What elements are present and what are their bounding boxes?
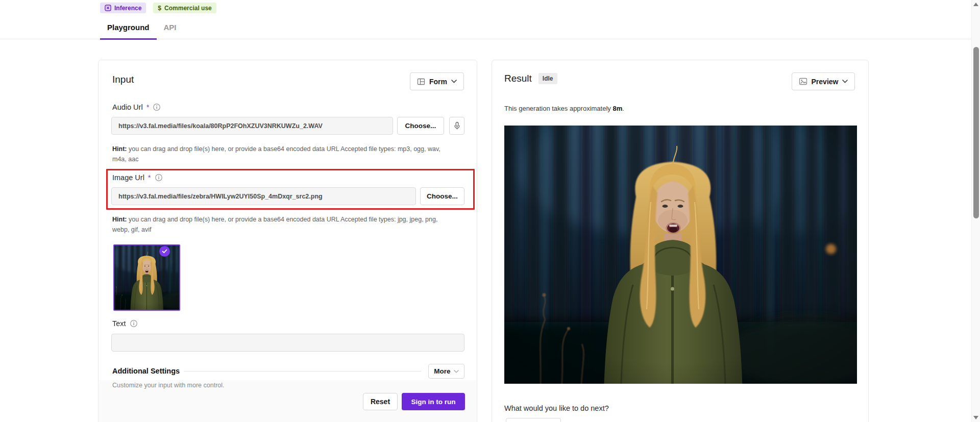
text-label: Text xyxy=(112,319,126,328)
input-footer: Customize your input with more control. … xyxy=(99,380,476,422)
eta-suffix: . xyxy=(622,105,624,112)
reset-button[interactable]: Reset xyxy=(363,393,398,410)
commercial-use-badge: $ Commercial use xyxy=(153,3,216,13)
image-url-label: Image Url xyxy=(112,173,144,182)
chevron-down-icon xyxy=(842,80,848,83)
chevron-down-icon xyxy=(454,370,459,373)
image-url-input[interactable] xyxy=(111,187,416,205)
image-choose-label: Choose... xyxy=(427,192,458,200)
text-input[interactable] xyxy=(111,334,464,352)
hint-text: you can drag and drop file(s) here, or p… xyxy=(112,145,442,163)
scrollbar-up-arrow[interactable] xyxy=(973,3,978,6)
tab-api[interactable]: API xyxy=(157,23,184,39)
tab-playground[interactable]: Playground xyxy=(100,23,157,39)
inference-badge: Inference xyxy=(100,3,146,13)
input-panel: Input Form Audio Url* Choose... Hi xyxy=(98,60,477,422)
audio-choose-button[interactable]: Choose... xyxy=(397,117,444,135)
page-scrollbar[interactable] xyxy=(971,0,980,422)
form-grid-icon xyxy=(417,78,425,86)
next-action-prompt: What would you like to do next? xyxy=(504,404,609,412)
generation-eta: This generation takes approximately 8m. xyxy=(504,105,624,112)
info-icon[interactable] xyxy=(153,103,161,111)
reset-label: Reset xyxy=(371,398,390,406)
model-badges: Inference $ Commercial use xyxy=(100,3,216,13)
forest-woman-image xyxy=(504,126,857,384)
section-divider xyxy=(184,371,421,371)
run-label: Sign in to run xyxy=(411,398,456,406)
more-label: More xyxy=(434,367,450,375)
preview-mode-button[interactable]: Preview xyxy=(792,72,855,90)
result-image xyxy=(504,126,857,384)
text-label-row: Text xyxy=(112,319,138,328)
hint-prefix: Hint: xyxy=(112,216,127,223)
hint-text: you can drag and drop file(s) here, or p… xyxy=(112,216,439,233)
audio-url-input[interactable] xyxy=(111,117,393,135)
scrollbar-thumb[interactable] xyxy=(973,47,979,218)
sign-in-to-run-button[interactable]: Sign in to run xyxy=(402,393,465,410)
image-preview-icon xyxy=(799,77,807,86)
hint-prefix: Hint: xyxy=(112,145,127,153)
result-panel: Result Idle Preview This generation take… xyxy=(492,60,869,422)
eta-value: 8m xyxy=(612,105,622,112)
next-action-button[interactable] xyxy=(506,418,561,422)
additional-settings-subtitle: Customize your input with more control. xyxy=(112,382,225,389)
required-asterisk: * xyxy=(148,173,151,182)
dollar-icon: $ xyxy=(158,5,161,12)
commercial-badge-label: Commercial use xyxy=(164,5,212,12)
preview-label: Preview xyxy=(812,78,839,86)
audio-hint: Hint: you can drag and drop file(s) here… xyxy=(112,144,445,164)
scrollbar-down-arrow[interactable] xyxy=(973,416,978,419)
check-icon xyxy=(162,249,167,254)
image-hint: Hint: you can drag and drop file(s) here… xyxy=(112,214,445,235)
info-icon[interactable] xyxy=(130,319,138,328)
result-header: Result Idle xyxy=(504,73,557,84)
tab-bar: Playground API xyxy=(0,15,971,39)
additional-settings-title: Additional Settings xyxy=(112,367,180,375)
thumbnail-forest-image xyxy=(114,245,179,310)
result-panel-title: Result xyxy=(504,73,532,84)
inference-badge-label: Inference xyxy=(114,5,141,12)
inference-icon xyxy=(105,5,111,11)
eta-prefix: This generation takes approximately xyxy=(504,105,612,112)
more-settings-button[interactable]: More xyxy=(428,364,464,379)
input-panel-title: Input xyxy=(112,74,134,85)
info-icon[interactable] xyxy=(155,173,163,182)
audio-url-label: Audio Url xyxy=(112,103,143,111)
status-badge: Idle xyxy=(538,73,557,84)
audio-url-label-row: Audio Url* xyxy=(112,103,161,111)
thumbnail-selected-check xyxy=(159,246,170,257)
chevron-down-icon xyxy=(451,80,457,83)
image-choose-button[interactable]: Choose... xyxy=(420,187,464,205)
image-thumbnail[interactable] xyxy=(113,244,180,311)
form-view-label: Form xyxy=(429,78,447,86)
microphone-icon xyxy=(453,121,461,130)
required-asterisk: * xyxy=(146,103,150,111)
image-url-label-row: Image Url* xyxy=(112,173,163,182)
form-view-button[interactable]: Form xyxy=(410,72,464,90)
audio-choose-label: Choose... xyxy=(405,122,436,130)
record-audio-button[interactable] xyxy=(449,117,464,135)
